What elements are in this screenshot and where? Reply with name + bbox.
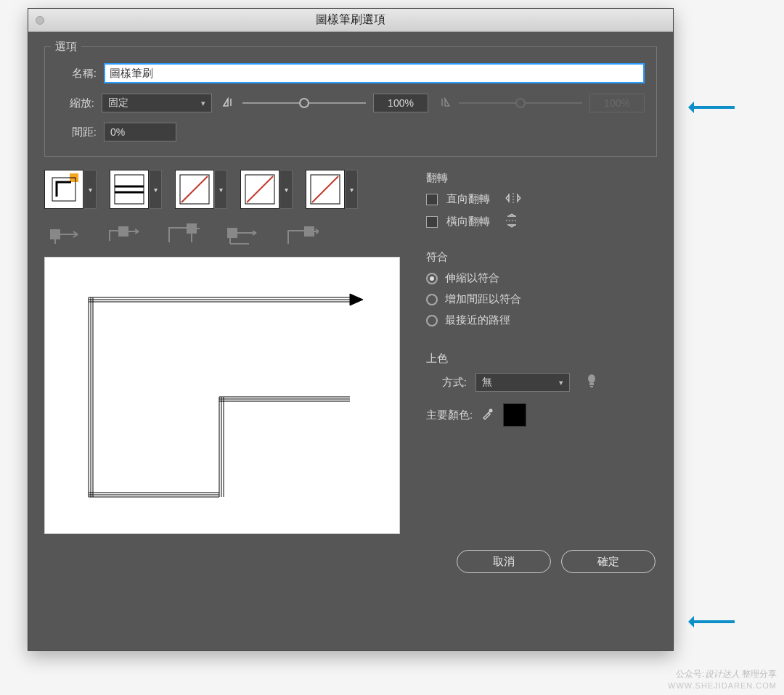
svg-point-24 (489, 409, 493, 413)
flip-across-icon (505, 213, 519, 230)
svg-rect-15 (187, 223, 197, 234)
fit-approx-label: 最接近的路徑 (445, 313, 510, 327)
scale-row: 縮放: 固定 ▾ 100% 100% (57, 94, 645, 112)
dialog-footer: 取消 確定 (44, 550, 657, 573)
colorize-section-title: 上色 (426, 352, 657, 366)
fit-space-label: 增加間距以符合 (445, 292, 521, 306)
key-color-row: 主要顏色: (426, 403, 657, 427)
ok-button[interactable]: 確定 (561, 550, 656, 573)
flip-across-row[interactable]: 橫向翻轉 (426, 213, 657, 230)
flip-along-label: 直向翻轉 (446, 192, 490, 206)
options-fieldset: 選項 名稱: 縮放: 固定 ▾ 100% (44, 46, 657, 157)
scale-max-slider: 100% (438, 94, 645, 112)
titlebar: 圖樣筆刷選項 (28, 9, 673, 32)
chevron-down-icon[interactable]: ▾ (149, 170, 162, 209)
svg-point-21 (588, 374, 595, 383)
flip-along-row[interactable]: 直向翻轉 (426, 192, 657, 206)
cancel-button[interactable]: 取消 (457, 550, 551, 573)
svg-rect-17 (304, 226, 314, 237)
scale-mode-select[interactable]: 固定 ▾ (102, 94, 212, 112)
chevron-down-icon: ▾ (201, 99, 205, 108)
tile-selector-row: ▾ ▾ ▾ (44, 170, 407, 209)
slider-track[interactable] (242, 102, 366, 104)
flip-section-title: 翻轉 (426, 171, 657, 185)
svg-rect-23 (590, 386, 593, 387)
tile-side[interactable]: ▾ (110, 170, 162, 209)
tips-bulb-icon[interactable] (586, 374, 597, 391)
colorize-method-value: 無 (482, 376, 492, 389)
scale-value-disabled: 100% (589, 94, 645, 112)
fit-stretch-radio[interactable] (426, 273, 438, 284)
dialog-title: 圖樣筆刷選項 (28, 12, 673, 28)
chevron-down-icon: ▾ (559, 378, 563, 387)
chevron-down-icon[interactable]: ▾ (214, 170, 227, 209)
lower-section: ▾ ▾ ▾ (44, 170, 657, 534)
svg-rect-22 (589, 383, 594, 385)
chevron-down-icon[interactable]: ▾ (83, 170, 97, 209)
spacing-row: 間距: 0% (57, 123, 645, 141)
watermark: 公众号:设计达人 整理分享 WWW.SHEJIDAREN.COM (668, 669, 777, 691)
svg-line-8 (181, 176, 208, 202)
name-row: 名稱: (57, 63, 645, 83)
svg-line-12 (312, 176, 338, 202)
colorize-method-label: 方式: (426, 376, 467, 390)
tile-indicator-row (44, 216, 407, 245)
scale-mode-value: 固定 (108, 96, 128, 110)
scale-label: 縮放: (57, 96, 94, 110)
tile-inner-corner[interactable]: ▾ (175, 170, 227, 209)
scale-min-icon (222, 97, 235, 110)
spacing-input[interactable]: 0% (104, 123, 176, 141)
dialog-content: 選項 名稱: 縮放: 固定 ▾ 100% (28, 32, 673, 586)
options-legend: 選項 (51, 40, 81, 54)
slider-thumb-disabled (515, 98, 526, 108)
svg-rect-16 (227, 228, 237, 238)
svg-line-10 (247, 176, 273, 202)
tile-start[interactable]: ▾ (240, 170, 293, 209)
scale-min-slider[interactable]: 100% (222, 94, 428, 112)
start-indicator-icon (227, 223, 259, 245)
name-label: 名稱: (57, 67, 97, 81)
svg-rect-4 (115, 175, 144, 204)
fit-space-radio[interactable] (426, 294, 438, 305)
fit-stretch-label: 伸縮以符合 (445, 271, 499, 285)
end-indicator-icon (287, 223, 319, 245)
key-color-label: 主要顏色: (426, 408, 473, 422)
outer-corner-indicator-icon (49, 223, 81, 245)
chevron-down-icon[interactable]: ▾ (279, 170, 293, 209)
right-column: 翻轉 直向翻轉 橫向翻轉 符合 (426, 170, 657, 534)
flip-along-icon (505, 192, 522, 206)
scale-value[interactable]: 100% (373, 94, 428, 112)
colorize-method-row: 方式: 無 ▾ (426, 373, 657, 392)
svg-rect-13 (50, 229, 60, 239)
fit-stretch-row[interactable]: 伸縮以符合 (426, 271, 657, 285)
flip-across-checkbox[interactable] (426, 216, 438, 228)
colorize-method-select[interactable]: 無 ▾ (475, 373, 570, 392)
inner-corner-indicator-icon (168, 223, 200, 245)
tile-outer-corner[interactable]: ▾ (44, 170, 97, 209)
fit-approx-radio[interactable] (426, 315, 438, 326)
chevron-down-icon[interactable]: ▾ (345, 170, 358, 209)
fit-section-title: 符合 (426, 250, 657, 264)
brush-preview (44, 257, 400, 534)
spacing-label: 間距: (57, 126, 97, 139)
pattern-brush-options-dialog: 圖樣筆刷選項 選項 名稱: 縮放: 固定 ▾ 100% (28, 8, 674, 651)
eyedropper-icon[interactable] (481, 407, 494, 423)
annotation-arrow-ok (691, 620, 735, 623)
fit-approx-row[interactable]: 最接近的路徑 (426, 313, 657, 327)
svg-marker-18 (350, 294, 363, 305)
flip-across-label: 橫向翻轉 (446, 215, 490, 229)
annotation-arrow-name (691, 106, 735, 109)
slider-track-disabled (459, 102, 582, 104)
tile-end[interactable]: ▾ (306, 170, 358, 209)
scale-max-icon (438, 97, 452, 110)
key-color-swatch[interactable] (503, 403, 526, 427)
side-indicator-icon (108, 223, 140, 245)
svg-rect-14 (118, 226, 128, 237)
svg-line-25 (488, 412, 489, 414)
name-input[interactable] (104, 63, 645, 83)
fit-space-row[interactable]: 增加間距以符合 (426, 292, 657, 306)
flip-along-checkbox[interactable] (426, 194, 438, 205)
slider-thumb[interactable] (299, 98, 309, 108)
left-column: ▾ ▾ ▾ (44, 170, 407, 534)
